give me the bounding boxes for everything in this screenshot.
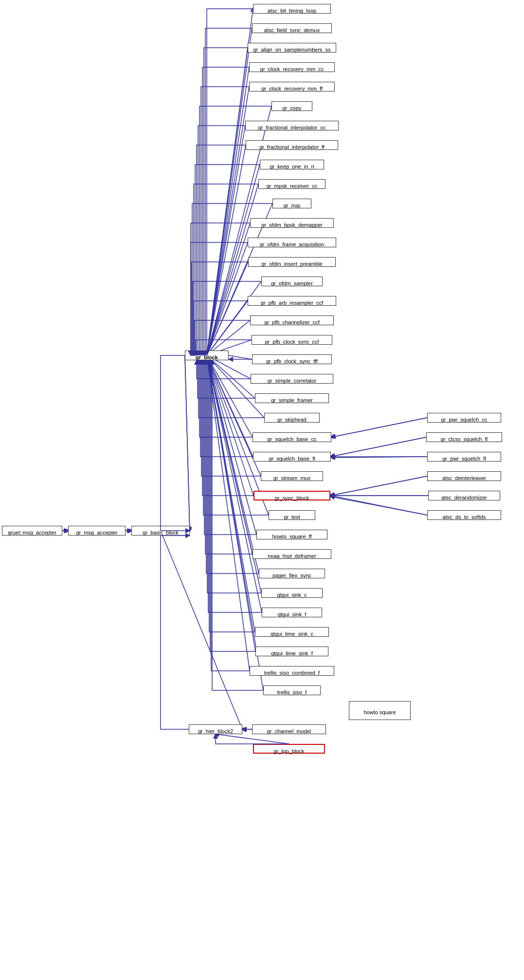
node-gr_ofdm_insert_preamble[interactable]: gr_ofdm_insert_preamble [248,257,336,267]
node-gr_clock_recovery_mm_ff[interactable]: gr_clock_recovery_mm_ff [249,82,335,92]
node-noaa_hrpt_deframer[interactable]: noaa_hrpt_deframer [253,549,331,559]
node-gr_top_block[interactable]: gr_top_block [253,744,325,754]
diagram-container: atsc_bit_timing_loopatsc_field_sync_demu… [0,0,524,980]
node-gr_squelch_base_fl[interactable]: gr_squelch_base_fl [253,452,331,462]
svg-line-21 [207,355,264,418]
svg-line-27 [207,355,256,535]
svg-line-22 [207,355,253,437]
node-gr_nop[interactable]: gr_nop [272,199,311,208]
node-gr_ofdm_sampler[interactable]: gr_ofdm_sampler [261,277,323,286]
node-gr_pwr_squelch_cc[interactable]: gr_pwr_squelch_cc [427,413,501,423]
node-gr_pfb_arb_resampler_ccf[interactable]: gr_pfb_arb_resampler_ccf [248,296,336,306]
node-gr_basic_block[interactable]: gr_basic_block [131,526,190,536]
node-gr_stream_mux[interactable]: gr_stream_mux [261,471,323,481]
svg-line-29 [207,355,259,573]
node-qtgui_time_sink_f[interactable]: qtgui_time_sink_f [255,647,328,656]
node-gr_ofdm_bpsk_demapper[interactable]: gr_ofdm_bpsk_demapper [250,218,334,228]
svg-line-36 [331,418,427,437]
node-atsc_bit_timing_loop[interactable]: atsc_bit_timing_loop [253,4,331,14]
node-gr_copy[interactable]: gr_copy [271,101,312,111]
svg-line-18 [229,355,252,359]
svg-line-0 [207,9,253,355]
svg-line-15 [207,301,248,355]
svg-line-3 [207,67,249,355]
node-gr_clock_recovery_mm_cc[interactable]: gr_clock_recovery_mm_cc [249,62,335,72]
svg-line-4 [207,87,249,355]
node-gr_simple_correlator[interactable]: gr_simple_correlator [251,374,333,384]
svg-line-13 [207,262,248,355]
node-gruel_msg_accepter[interactable]: gruel::msg_accepter [2,526,62,536]
node-gr_block[interactable]: gr_block [185,351,229,360]
svg-line-28 [207,355,253,554]
svg-line-11 [207,223,250,355]
svg-line-48 [185,355,190,531]
svg-line-2 [207,48,248,355]
node-atsc_field_sync_demux[interactable]: atsc_field_sync_demux [252,23,332,33]
node-gr_ctcss_squelch_fl[interactable]: gr_ctcss_squelch_fl [426,432,502,442]
node-pager_flex_sync[interactable]: pager_flex_sync [259,569,325,578]
node-qtgui_time_sink_c[interactable]: qtgui_time_sink_c [255,627,329,637]
node-atsc_ds_to_softds[interactable]: atsc_ds_to_softds [427,510,501,520]
node-gr_hier_block2[interactable]: gr_hier_block2 [189,724,242,734]
svg-line-9 [207,184,258,355]
node-gr_pfb_clock_sync_fff[interactable]: gr_pfb_clock_sync_fff [252,354,332,364]
node-gr_pfb_clock_sync_ccf[interactable]: gr_pfb_clock_sync_ccf [252,335,332,345]
node-gr_align_on_samplenumbers_ss[interactable]: gr_align_on_samplenumbers_ss [248,43,336,53]
node-gr_simple_framer[interactable]: gr_simple_framer [255,393,329,403]
node-gr_fractional_interpolator_cc[interactable]: gr_fractional_interpolator_cc [245,121,339,130]
svg-line-37 [331,437,426,457]
node-gr_squelch_base_cc[interactable]: gr_squelch_base_cc [253,432,331,442]
node-gr_sync_block[interactable]: gr_sync_block [253,491,330,500]
svg-line-39 [330,476,427,496]
node-howto_square_ff[interactable]: howto_square_ff [256,530,327,539]
node-atsc_derandomizer[interactable]: atsc_derandomizer [428,491,500,500]
node-gr_mpsk_receiver_cc[interactable]: gr_mpsk_receiver_cc [258,179,325,189]
node-gr_msg_accepter[interactable]: gr_msg_accepter [68,526,126,536]
node-trellis_siso_f[interactable]: trellis_siso_f [263,685,321,695]
svg-line-12 [207,242,248,355]
svg-line-42 [185,355,190,531]
node-gr_fractional_interpolator_ff[interactable]: gr_fractional_interpolator_ff [246,140,338,150]
svg-line-45 [161,531,242,729]
node-atsc_deinterleaver[interactable]: atsc_deinterleaver [427,471,501,481]
svg-line-6 [207,126,245,355]
node-gr_skiphead[interactable]: gr_skiphead [264,413,320,423]
node-gr_test[interactable]: gr_test [269,510,315,520]
node-qtgui_sink_f[interactable]: qtgui_sink_f [262,608,322,617]
node-gr_pwr_squelch_fl[interactable]: gr_pwr_squelch_fl [427,452,501,462]
svg-line-41 [330,496,427,515]
node-howto_square[interactable]: howto square [349,701,411,720]
svg-line-1 [207,28,252,355]
node-gr_channel_model[interactable]: gr_channel_model [252,724,326,734]
node-gr_pfb_channelizer_ccf[interactable]: gr_pfb_channelizer_ccf [250,315,334,325]
node-qtgui_sink_c[interactable]: qtgui_sink_c [261,588,323,598]
svg-line-32 [207,355,255,632]
svg-line-7 [207,145,246,355]
svg-line-25 [207,355,253,496]
svg-line-33 [207,355,255,651]
svg-line-34 [207,355,250,671]
svg-line-23 [207,355,253,457]
svg-line-35 [207,355,263,690]
node-trellis_siso_combined_f[interactable]: trellis_siso_combined_f [250,666,334,676]
node-gr_keep_one_in_n[interactable]: gr_keep_one_in_n [260,160,324,169]
svg-line-31 [207,355,262,612]
node-gr_ofdm_frame_acquisition[interactable]: gr_ofdm_frame_acquisition [248,238,336,247]
